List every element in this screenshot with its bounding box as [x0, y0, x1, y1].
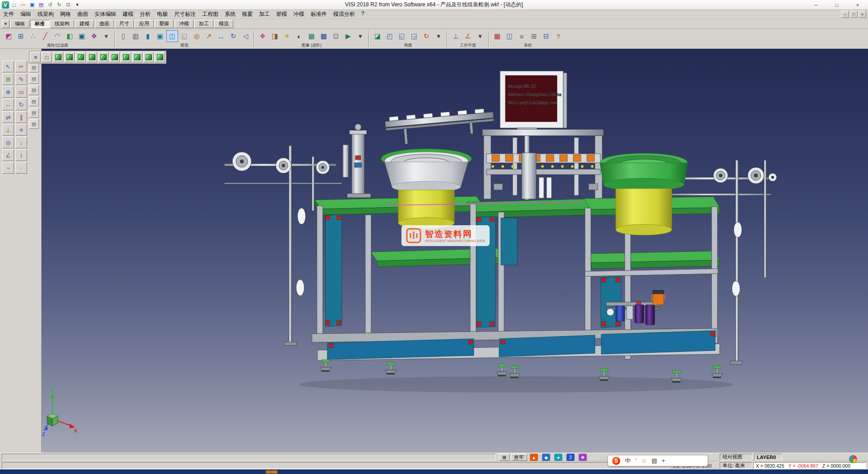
view-cube-iso-nw[interactable] — [132, 52, 142, 62]
badge-2-tray-icon[interactable]: 2 — [566, 454, 575, 461]
menu-item-14[interactable]: 加工 — [256, 9, 273, 19]
redo-icon[interactable]: ↻ — [55, 1, 63, 9]
hidden-line-icon[interactable]: ▥ — [130, 30, 142, 42]
attributes-icon[interactable]: ◩ — [3, 30, 14, 42]
menu-item-4[interactable]: 网格 — [57, 9, 74, 19]
fire-tray-icon[interactable]: ▲ — [530, 454, 538, 461]
machine-model[interactable]: Design:MR.EI Address:Changzhou,China Mai… — [42, 49, 868, 453]
clip-tool-1[interactable]: ▤ — [29, 62, 39, 72]
view-menu-button[interactable]: ≡ — [30, 52, 41, 62]
mirror-icon[interactable]: ⇄ — [2, 111, 14, 123]
system-database-icon[interactable]: ⊟ — [540, 30, 552, 42]
print-icon[interactable]: ▤ — [37, 1, 45, 9]
system-help-icon[interactable]: ? — [552, 30, 564, 42]
zoom-tool-icon[interactable]: ◎ — [2, 137, 14, 148]
menu-item-19[interactable]: ? — [358, 9, 368, 19]
image-options-icon[interactable]: ▾ — [354, 30, 366, 42]
close-button[interactable]: × — [847, 0, 868, 10]
render-mode-button[interactable]: □ — [42, 52, 52, 62]
ime-toolbox-icon[interactable]: + — [661, 457, 665, 464]
view-cube-right[interactable] — [75, 52, 86, 62]
menu-item-5[interactable]: 曲面 — [74, 9, 91, 19]
tab-11[interactable]: 模流 — [214, 20, 233, 28]
move-icon[interactable]: ↔ — [2, 99, 14, 110]
sogou-logo-icon[interactable]: S — [612, 457, 620, 465]
materials-icon[interactable]: ◨ — [269, 30, 281, 42]
menu-item-8[interactable]: 分析 — [137, 9, 154, 19]
wireframe-icon[interactable]: ▯ — [118, 30, 129, 42]
shield-tray-icon[interactable]: ◆ — [542, 454, 550, 461]
clip-tool-6[interactable]: ▤ — [29, 119, 39, 129]
palette-tray-icon[interactable]: ❖ — [579, 454, 587, 461]
transparency-icon[interactable]: ◱ — [179, 30, 190, 42]
menu-item-17[interactable]: 标准件 — [307, 9, 330, 19]
system-layers-icon[interactable]: ≡ — [516, 30, 528, 42]
menu-item-9[interactable]: 电极 — [154, 9, 171, 19]
filter-lines-icon[interactable]: ╱ — [39, 30, 51, 42]
tab-9[interactable]: 冲模 — [175, 20, 193, 28]
layer-indicator[interactable]: LAYER0 — [754, 454, 782, 460]
new-file-icon[interactable]: □ — [10, 1, 18, 9]
menu-item-12[interactable]: 系统 — [222, 9, 239, 19]
menu-item-1[interactable]: 文件 — [0, 9, 17, 19]
view-iso-icon[interactable]: ◪ — [372, 30, 383, 42]
lock-toggle-button[interactable]: 拴牢 — [511, 454, 527, 461]
workplane-align-icon[interactable]: ∠ — [462, 30, 474, 42]
undo-icon[interactable]: ↺ — [46, 1, 54, 9]
offset-icon[interactable]: ∥ — [15, 111, 27, 123]
rotate-view-icon[interactable]: ↻ — [227, 30, 239, 42]
shaded-icon[interactable]: ▮ — [142, 30, 154, 42]
maximize-button[interactable]: □ — [826, 0, 847, 10]
view-top-icon[interactable]: ◰ — [384, 30, 396, 42]
zoom-window-icon[interactable]: ◎ — [191, 30, 203, 42]
filter-points-icon[interactable]: ∴ — [27, 30, 39, 42]
doc-close-button[interactable]: × — [859, 11, 866, 18]
tab-dropdown-button[interactable]: ▼ — [2, 20, 9, 28]
filter-arcs-icon[interactable]: ◠ — [52, 30, 63, 42]
filter-groups-icon[interactable]: ❖ — [88, 30, 100, 42]
view-cube-left[interactable] — [87, 52, 97, 62]
pan-view-icon[interactable]: ↔ — [215, 30, 227, 42]
shadow-icon[interactable]: ◐ — [293, 30, 305, 42]
clip-tool-4[interactable]: ▤ — [29, 96, 39, 106]
filter-options-icon[interactable]: ▾ — [100, 30, 112, 42]
view-right-icon[interactable]: ◲ — [408, 30, 420, 42]
snapshot-icon[interactable]: ⊡ — [330, 30, 342, 42]
system-colors-icon[interactable]: ▦ — [491, 30, 503, 42]
system-settings-icon[interactable]: ⊞ — [528, 30, 540, 42]
tab-1[interactable]: 编辑 — [10, 20, 29, 28]
previous-view-icon[interactable]: ◁ — [240, 30, 251, 42]
curve-icon[interactable]: ~ — [2, 162, 14, 174]
texture-icon[interactable]: ▦ — [306, 30, 317, 42]
menu-item-15[interactable]: 塑模 — [273, 9, 290, 19]
view-front-icon[interactable]: ◱ — [396, 30, 408, 42]
tray-ball-icon[interactable] — [849, 455, 857, 463]
tab-10[interactable]: 加工 — [194, 20, 213, 28]
menu-item-18[interactable]: 模流分析 — [330, 9, 358, 19]
background-icon[interactable]: ▩ — [318, 30, 330, 42]
tab-7[interactable]: 应用 — [135, 20, 154, 28]
clip-tool-5[interactable]: ▤ — [29, 108, 39, 118]
clip-tool-2[interactable]: ▤ — [29, 74, 39, 84]
view-cube-front[interactable] — [64, 52, 75, 62]
zoom-extents-icon[interactable]: ↗ — [203, 30, 215, 42]
save-file-icon[interactable]: ▣ — [28, 1, 36, 9]
rotate-tool-icon[interactable]: ↻ — [15, 99, 27, 110]
taskbar-app-button[interactable] — [266, 470, 278, 474]
view-options-icon[interactable]: ▾ — [433, 30, 444, 42]
workplane-list-icon[interactable]: ▾ — [474, 30, 486, 42]
animation-icon[interactable]: ▶ — [342, 30, 354, 42]
tab-4[interactable]: 建模 — [75, 20, 94, 28]
ime-mode-chinese[interactable]: 中 — [625, 457, 631, 465]
menu-item-11[interactable]: 工程图 — [199, 9, 222, 19]
render-icon[interactable]: ❖ — [257, 30, 269, 42]
view-cube-iso-sw[interactable] — [155, 52, 165, 62]
shaded-edges-icon[interactable]: ▣ — [154, 30, 166, 42]
doc-restore-button[interactable]: □ — [850, 11, 858, 18]
ime-keyboard-icon[interactable]: ▤ — [651, 457, 657, 464]
minimize-button[interactable]: ─ — [806, 0, 826, 10]
view-cube-back[interactable] — [98, 52, 108, 62]
globe-tray-icon[interactable]: ● — [554, 454, 562, 461]
tab-2[interactable]: 标准 — [30, 20, 49, 28]
doc-minimize-button[interactable]: ─ — [841, 11, 849, 18]
